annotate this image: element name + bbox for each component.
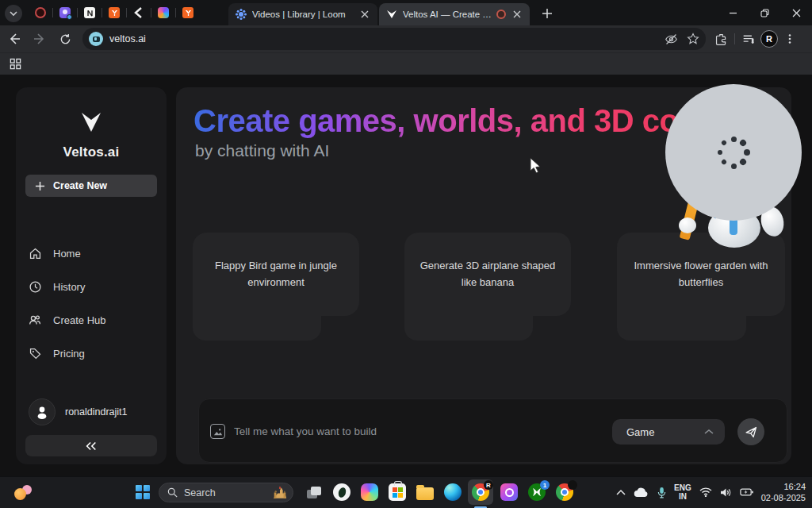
sidebar-item-history[interactable]: History <box>16 270 167 303</box>
card-extension <box>404 315 533 341</box>
reload-button[interactable] <box>54 28 76 50</box>
onedrive-cloud-icon[interactable] <box>634 487 649 498</box>
chevron-up-icon[interactable] <box>616 489 626 496</box>
eye-off-button[interactable] <box>661 29 680 48</box>
suggestion-label: Immersive flower garden with butterflies <box>630 258 772 290</box>
send-button[interactable] <box>737 418 764 445</box>
taskbar-copilot[interactable] <box>357 479 382 505</box>
restore-button[interactable] <box>749 0 780 25</box>
tab-title: Veltos AI — Create Games <box>403 10 492 19</box>
close-tab-icon[interactable] <box>511 8 523 21</box>
taskbar-explorer[interactable] <box>412 479 438 505</box>
microsoft-store-icon <box>389 483 406 501</box>
sidebar-item-home[interactable]: Home <box>16 237 167 270</box>
weather-widget-icon[interactable] <box>14 485 32 501</box>
sidebar-item-pricing[interactable]: Pricing <box>16 337 167 370</box>
card-extension <box>617 315 746 341</box>
browser-toolbar: veltos.ai R <box>0 25 812 52</box>
sparkle-app-icon <box>59 7 71 18</box>
apps-shortcut-button[interactable] <box>6 56 24 73</box>
users-icon <box>29 314 42 327</box>
star-icon <box>687 33 699 45</box>
volume-icon[interactable] <box>720 487 732 498</box>
arrow-right-icon <box>33 33 46 45</box>
create-new-button[interactable]: Create New <box>25 175 157 197</box>
taskbar-chrome-active[interactable]: R <box>468 479 493 505</box>
pinned-tabs <box>29 0 200 25</box>
tray-date: 02-08-2025 <box>761 493 806 502</box>
task-view-button[interactable] <box>301 479 327 505</box>
record-icon <box>35 7 46 18</box>
search-placeholder: Search <box>184 487 272 498</box>
suggestion-card[interactable]: Generate 3D airplane shaped like banana <box>404 233 571 341</box>
battery-icon[interactable] <box>740 487 753 497</box>
taskbar-chrome-2[interactable] <box>552 479 577 505</box>
image-icon <box>213 427 223 437</box>
close-tab-icon[interactable] <box>358 8 371 21</box>
mode-dropdown[interactable]: Game <box>612 419 725 444</box>
tab-capture-icon[interactable] <box>89 32 103 46</box>
bookmarks-bar <box>0 52 812 75</box>
loading-overlay <box>665 84 802 221</box>
pinned-tab-notion[interactable] <box>78 0 102 25</box>
taskbar-xbox[interactable]: 1 <box>524 479 550 505</box>
taskbar-store[interactable] <box>385 479 410 505</box>
tab-veltos-active[interactable]: Veltos AI — Create Games <box>379 3 530 25</box>
new-tab-button[interactable] <box>539 6 555 21</box>
start-button[interactable] <box>130 479 155 505</box>
pinned-tab-hackernews-2[interactable] <box>176 0 200 25</box>
close-window-button[interactable] <box>780 0 812 25</box>
media-controls-button[interactable] <box>738 29 759 49</box>
wifi-icon[interactable] <box>699 487 712 497</box>
suggestion-card[interactable]: Flappy Bird game in jungle environment <box>193 233 359 341</box>
profile-button[interactable]: R <box>759 29 779 49</box>
attach-image-button[interactable] <box>210 424 225 439</box>
address-bar[interactable]: veltos.ai <box>82 28 706 50</box>
tab-search-button[interactable] <box>5 5 22 22</box>
language-indicator[interactable]: ENGIN <box>674 483 691 502</box>
tab-loom[interactable]: Videos | Library | Loom <box>228 3 377 25</box>
sidebar-item-create-hub[interactable]: Create Hub <box>16 303 167 337</box>
taskbar-app-1[interactable] <box>329 479 354 505</box>
home-icon <box>29 247 42 260</box>
pinned-tab-hackernews[interactable] <box>102 0 126 25</box>
clock[interactable]: 16:24 02-08-2025 <box>761 481 806 504</box>
extensions-button[interactable] <box>710 29 731 49</box>
forward-button[interactable] <box>29 28 51 50</box>
create-new-label: Create New <box>53 180 107 191</box>
page-title: Create games, worlds, and 3D co <box>193 103 678 139</box>
pinned-tab-assistant[interactable] <box>53 0 77 25</box>
grid-icon <box>10 58 21 70</box>
url-text[interactable]: veltos.ai <box>109 33 661 44</box>
screen: Videos | Library | Loom Veltos AI — Crea… <box>0 0 812 508</box>
minimize-icon <box>729 9 737 17</box>
taskbar-search[interactable]: Search <box>159 483 293 502</box>
pinned-tab-colors[interactable] <box>151 0 175 25</box>
kebab-menu-icon <box>784 33 795 44</box>
user-avatar <box>29 398 56 425</box>
microphone-icon[interactable] <box>657 487 666 498</box>
paper-plane-icon <box>745 425 758 439</box>
browser-menu-button[interactable] <box>779 29 800 49</box>
bookmark-button[interactable] <box>684 29 703 48</box>
collapse-sidebar-button[interactable] <box>25 435 157 456</box>
y-icon <box>109 7 120 18</box>
pinned-tab-recorder[interactable] <box>29 0 52 25</box>
taskbar-edge[interactable] <box>440 479 465 505</box>
pinned-tab-veltos[interactable] <box>127 0 151 25</box>
arrow-left-icon <box>8 33 21 45</box>
user-profile[interactable]: ronaldindrajit1 <box>29 398 128 425</box>
minimize-button[interactable] <box>717 0 749 25</box>
suggestion-label: Generate 3D airplane shaped like banana <box>417 258 558 290</box>
toolbar-separator <box>734 33 735 44</box>
prompt-composer: Game <box>198 398 787 463</box>
back-button[interactable] <box>3 28 25 50</box>
folder-icon <box>416 487 434 500</box>
taskbar-app-2[interactable] <box>496 479 522 505</box>
notification-badge: 1 <box>540 480 550 490</box>
chevron-down-icon <box>7 7 20 20</box>
brand-name: Veltos.ai <box>16 144 167 160</box>
xbox-icon: 1 <box>528 483 546 501</box>
restore-icon <box>760 9 769 17</box>
prompt-input[interactable] <box>234 418 567 444</box>
